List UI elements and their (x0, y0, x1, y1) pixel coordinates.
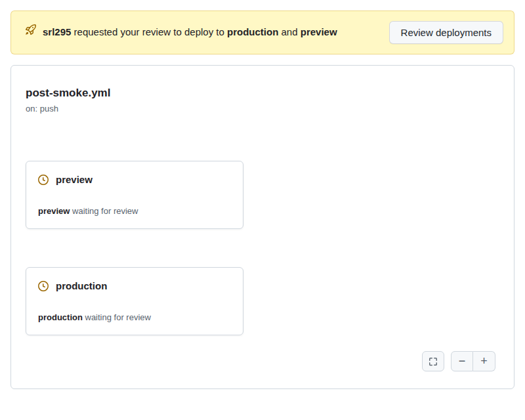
job-header: preview (38, 174, 231, 185)
job-status: preview waiting for review (38, 206, 231, 216)
canvas-controls: − + (422, 351, 495, 371)
env-production-label: production (227, 26, 278, 37)
workflow-file-name: post-smoke.yml (26, 87, 110, 100)
workflow-header: post-smoke.yml on: push (26, 87, 110, 114)
clock-icon (38, 281, 49, 291)
banner-message: srl295 requested your review to deploy t… (43, 24, 337, 41)
actor-login: srl295 (43, 26, 71, 37)
banner-conjunction: and (278, 26, 300, 37)
job-name: preview (56, 174, 93, 185)
env-preview-label: preview (301, 26, 337, 37)
job-status-text: waiting for review (70, 206, 138, 216)
zoom-out-button[interactable]: − (451, 351, 473, 371)
deployment-review-banner: srl295 requested your review to deploy t… (10, 10, 514, 54)
workflow-trigger: on: push (26, 104, 110, 114)
screen-full-icon (428, 356, 438, 367)
minus-icon: − (459, 355, 466, 367)
zoom-control: − + (451, 351, 495, 371)
job-status-env: production (38, 312, 83, 322)
fit-to-window-button[interactable] (422, 351, 444, 371)
banner-message-part1: requested your review to deploy to (71, 26, 227, 37)
job-card-production[interactable]: production production waiting for review (26, 267, 243, 335)
rocket-icon (26, 24, 36, 35)
clock-icon (38, 175, 49, 185)
zoom-in-button[interactable]: + (473, 351, 495, 371)
job-header: production (38, 280, 231, 291)
job-card-preview[interactable]: preview preview waiting for review (26, 161, 243, 229)
job-name: production (56, 280, 107, 291)
workflow-graph-card: post-smoke.yml on: push preview preview … (10, 65, 514, 389)
plus-icon: + (480, 355, 488, 367)
job-status: production waiting for review (38, 312, 231, 322)
review-deployments-button[interactable]: Review deployments (389, 21, 503, 44)
job-status-env: preview (38, 206, 70, 216)
job-status-text: waiting for review (83, 312, 151, 322)
